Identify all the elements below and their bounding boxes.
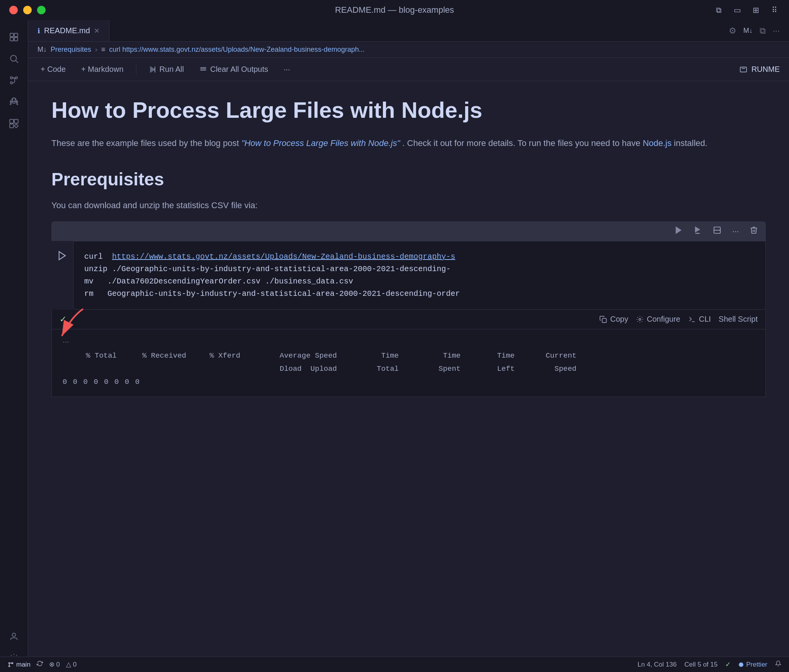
window-title: README.md — blog-examples [335,5,454,15]
close-button[interactable] [9,6,18,14]
gear-icon[interactable]: ⚙ [729,26,736,36]
svg-point-8 [10,82,12,84]
tab-bar: ℹ README.md ✕ ⚙ M↓ ⧉ ··· [28,20,789,42]
col-time-total: Time [345,349,406,362]
clear-outputs-label: Clear All Outputs [210,65,268,74]
activity-extensions-icon[interactable] [5,114,23,133]
cell-footer-right: Copy Configure [599,315,758,324]
split-editor-icon[interactable]: ⧉ [713,5,724,15]
configure-label: Configure [647,315,680,324]
breadcrumb-item2[interactable]: curl https://www.stats.govt.nz/assets/Up… [109,46,365,54]
subcol-dload-upload: Dload Upload [248,362,345,375]
nodejs-link[interactable]: Node.js [643,138,672,148]
svg-rect-12 [14,119,18,123]
more-toolbar-button[interactable]: ··· [281,63,293,75]
activity-account-icon[interactable] [5,627,23,646]
runme-label: RUNME [752,65,780,74]
copy-button[interactable]: Copy [599,315,628,324]
svg-marker-23 [676,227,681,234]
breadcrumb-item1[interactable]: Prerequisites [51,46,91,54]
notification-bell[interactable] [775,660,781,669]
branch-name: main [16,661,31,669]
output-header-row: % Total % Received % Xferd Average Speed… [63,349,755,362]
activity-bar [0,20,28,672]
page-title: How to Process Large Files with Node.js [51,97,766,124]
content-area: How to Process Large Files with Node.js … [28,81,789,672]
warnings-count: △ 0 [66,660,77,669]
page-description: These are the example files used by the … [51,136,766,150]
subcol-spent: Spent [406,362,468,375]
svg-rect-2 [10,37,14,41]
svg-point-36 [739,662,743,667]
svg-point-6 [10,77,12,79]
titlebar-right: ⧉ ▭ ⊞ ⠿ [713,5,780,15]
blog-link[interactable]: "How to Process Large Files with Node.js… [241,138,400,148]
git-branch[interactable]: main [8,661,31,669]
maximize-button[interactable] [37,6,46,14]
status-checkmark: ✓ [725,660,731,669]
output-more-icon[interactable]: ··· [63,337,69,346]
split-cell-button[interactable] [710,224,724,238]
more-icon[interactable]: ⠿ [769,5,780,15]
code-line-1: curl https://www.stats.govt.nz/assets/Up… [84,251,755,263]
svg-rect-29 [602,318,607,322]
svg-rect-11 [10,119,14,123]
cell-toolbar: ··· [51,221,766,241]
tab-close-button[interactable]: ✕ [94,27,100,35]
md-icon[interactable]: M↓ [743,27,753,35]
run-cell-button[interactable] [671,224,686,238]
add-code-button[interactable]: + Code [37,63,69,75]
curl-url[interactable]: https://www.stats.govt.nz/assets/Uploads… [112,252,455,261]
svg-point-4 [10,55,16,61]
split-view-icon[interactable]: ⧉ [760,26,766,36]
run-all-button[interactable]: Run All [146,63,187,75]
shell-script-label: Shell Script [719,315,758,324]
tab-info-icon: ℹ [37,27,40,35]
copy-label: Copy [610,315,628,324]
activity-debug-icon[interactable] [5,93,23,111]
configure-button[interactable]: Configure [636,315,680,324]
col-current-speed: Current [522,349,584,362]
run-button[interactable] [51,241,73,261]
code-block[interactable]: curl https://www.stats.govt.nz/assets/Up… [73,241,766,310]
more-options-icon[interactable]: ··· [773,26,780,36]
subcol-speed: Speed [522,362,584,375]
prerequisites-title: Prerequisites [51,169,766,190]
code-line-2: unzip ./Geographic-units-by-industry-and… [84,263,755,275]
window-controls[interactable] [9,6,46,14]
errors-count: ⊗ 0 [49,660,60,669]
svg-marker-24 [695,227,700,232]
clear-outputs-button[interactable]: Clear All Outputs [196,63,271,75]
add-markdown-button[interactable]: + Markdown [78,63,127,75]
activity-search-icon[interactable] [5,49,23,68]
svg-point-14 [12,633,16,636]
svg-rect-13 [10,124,14,128]
cell-more-button[interactable]: ··· [729,225,742,237]
code-line-3: mv ./Data7602DescendingYearOrder.csv ./b… [84,275,755,288]
layout-icon[interactable]: ⊞ [750,5,761,15]
cli-button[interactable]: CLI [688,315,711,324]
subcol-3 [194,362,248,375]
breadcrumb-list-icon: ≡ [101,46,105,54]
cli-label: CLI [699,315,711,324]
delete-cell-button[interactable] [746,224,761,238]
cell-indicator: Cell 5 of 15 [684,661,718,669]
sync-icon[interactable] [37,660,43,669]
cell-footer: ✓ Copy [51,310,766,329]
col-average-speed: Average Speed [248,349,345,362]
code-line-4: rm Geographic-units-by-industry-and-stat… [84,288,755,300]
panel-icon[interactable]: ▭ [732,5,743,15]
activity-git-icon[interactable] [5,71,23,90]
app-layout: ℹ README.md ✕ ⚙ M↓ ⧉ ··· M↓ Prerequisite… [0,20,789,672]
svg-point-34 [9,665,10,667]
svg-point-7 [15,77,17,79]
minimize-button[interactable] [23,6,32,14]
subcol-2 [124,362,194,375]
prettier-button[interactable]: Prettier [738,661,767,669]
toolbar-separator [136,64,136,75]
runme-button[interactable]: RUNME [739,65,780,74]
run-below-button[interactable] [690,224,705,238]
activity-files-icon[interactable] [5,28,23,46]
tab-name: README.md [44,26,90,35]
readme-tab[interactable]: ℹ README.md ✕ [28,20,109,41]
